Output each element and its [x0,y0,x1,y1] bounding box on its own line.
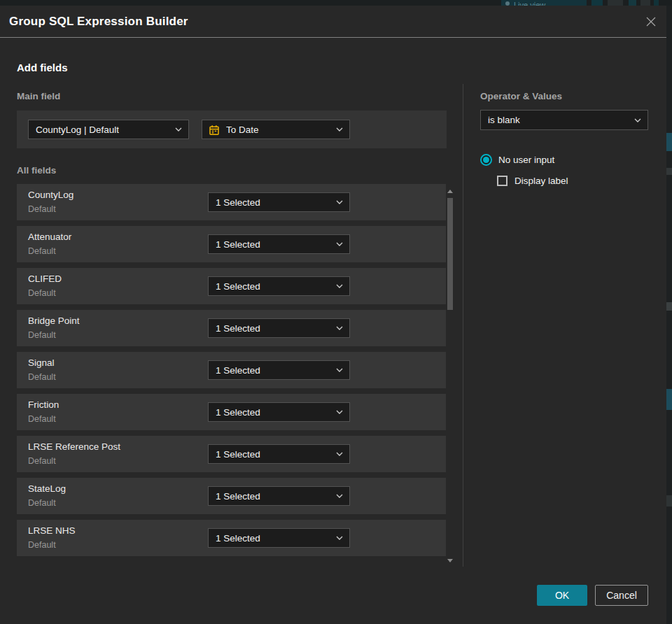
main-field-type-select[interactable]: To Date [202,120,350,139]
checkbox-icon [497,176,507,186]
field-subtitle: Default [28,498,56,508]
dialog-title: Group SQL Expression Builder [9,15,188,29]
chevron-down-icon [336,127,343,132]
field-selected-dropdown[interactable]: 1 Selected [208,192,350,212]
chevron-down-icon [336,494,343,498]
toolbar-fragment [640,0,650,6]
field-name: Attenuator [28,232,71,242]
field-selected-dropdown[interactable]: 1 Selected [208,486,350,506]
field-name: Friction [28,399,59,410]
fields-list-scrollbar[interactable] [447,185,454,567]
chevron-down-icon [336,200,343,204]
field-subtitle: Default [28,372,56,382]
field-subtitle: Default [28,246,56,256]
chevron-down-icon [336,326,343,330]
field-subtitle: Default [28,330,56,340]
add-fields-heading: Add fields [17,62,68,73]
field-row: LRSE Reference Post Default 1 Selected [17,436,446,472]
operator-select-value: is blank [488,115,520,125]
scrollbar-down-arrow-icon[interactable] [447,559,453,562]
background-app-edge [666,6,672,624]
field-row: CountyLog Default 1 Selected [17,184,446,220]
field-selected-dropdown-value: 1 Selected [216,449,260,460]
field-selected-dropdown-value: 1 Selected [216,323,260,334]
field-row: Attenuator Default 1 Selected [17,226,446,262]
field-selected-dropdown-value: 1 Selected [216,407,260,418]
field-row: LRSE NHS Default 1 Selected [17,520,446,556]
main-field-type-value: To Date [226,125,259,135]
close-button[interactable] [644,15,658,29]
all-fields-list: CountyLog Default 1 Selected Attenuator … [17,184,446,562]
field-name: LRSE NHS [28,525,76,536]
field-row: Signal Default 1 Selected [17,352,446,388]
toolbar-fragment [629,0,636,6]
field-selected-dropdown[interactable]: 1 Selected [208,444,350,464]
cancel-button[interactable]: Cancel [595,585,648,606]
field-selected-dropdown[interactable]: 1 Selected [208,234,350,254]
chevron-down-icon [634,118,641,122]
main-field-box: CountyLog | Default [17,111,447,148]
field-selected-dropdown[interactable]: 1 Selected [208,402,350,422]
field-selected-dropdown-value: 1 Selected [216,491,260,502]
main-field-label: Main field [17,91,60,101]
calendar-icon [209,125,220,136]
chevron-down-icon [336,452,343,456]
field-name: StateLog [28,483,66,494]
field-name: CountyLog [28,190,74,200]
radio-icon [480,154,492,166]
field-row: Friction Default 1 Selected [17,394,446,430]
scrollbar-thumb[interactable] [447,198,453,310]
background-fragment [666,495,672,506]
field-row: StateLog Default 1 Selected [17,478,446,514]
field-subtitle: Default [28,414,56,424]
no-user-input-radio[interactable]: No user input [480,154,554,166]
toolbar-fragment [654,0,659,6]
main-field-select-value: CountyLog | Default [36,125,119,135]
field-selected-dropdown-value: 1 Selected [216,533,260,544]
all-fields-label: All fields [17,165,56,176]
field-selected-dropdown[interactable]: 1 Selected [208,276,350,296]
field-subtitle: Default [28,288,56,298]
background-fragment [666,302,672,311]
field-name: CLIFED [28,274,62,284]
live-view-label: Live view [514,1,545,6]
background-fragment [666,133,672,151]
main-field-select[interactable]: CountyLog | Default [28,120,189,139]
field-selected-dropdown[interactable]: 1 Selected [208,318,350,338]
field-name: LRSE Reference Post [28,441,120,452]
field-subtitle: Default [28,204,56,214]
display-label-checkbox[interactable]: Display label [497,176,568,186]
chevron-down-icon [336,368,343,372]
close-icon [645,16,657,27]
field-selected-dropdown-value: 1 Selected [216,239,260,250]
scrollbar-up-arrow-icon[interactable] [447,190,453,193]
background-fragment [666,168,672,175]
field-subtitle: Default [28,540,56,550]
panel-divider [463,84,463,567]
chevron-down-icon [336,242,343,246]
field-selected-dropdown[interactable]: 1 Selected [208,528,350,548]
dialog-titlebar: Group SQL Expression Builder [0,6,666,38]
field-selected-dropdown-value: 1 Selected [216,365,260,376]
display-label-label: Display label [514,176,568,186]
field-selected-dropdown-value: 1 Selected [216,281,260,292]
toolbar-fragment [592,0,603,6]
chevron-down-icon [336,284,343,288]
field-name: Signal [28,357,55,368]
background-app-toolbar: Live view [0,0,672,6]
no-user-input-label: No user input [498,155,554,165]
group-sql-expression-builder-dialog: Group SQL Expression Builder Add fields … [0,6,666,624]
operator-values-heading: Operator & Values [480,91,562,101]
field-subtitle: Default [28,456,56,466]
background-fragment [666,389,672,410]
field-selected-dropdown-value: 1 Selected [216,197,260,208]
ok-button[interactable]: OK [537,585,587,606]
field-row: Bridge Point Default 1 Selected [17,310,446,346]
operator-select[interactable]: is blank [480,110,648,130]
chevron-down-icon [175,127,182,132]
field-row: CLIFED Default 1 Selected [17,268,446,304]
field-name: Bridge Point [28,315,80,326]
field-selected-dropdown[interactable]: 1 Selected [208,360,350,380]
chevron-down-icon [336,410,343,414]
chevron-down-icon [336,536,343,540]
